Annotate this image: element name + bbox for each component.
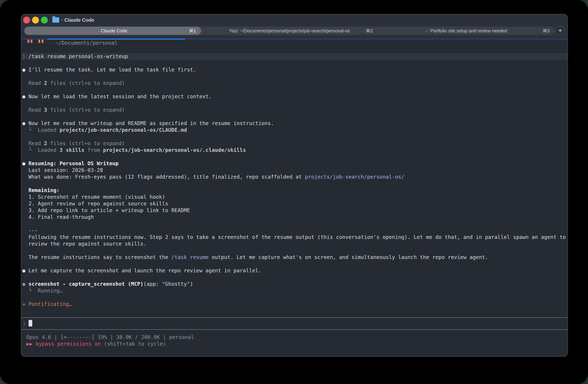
terminal-text-segment: from xyxy=(84,147,103,153)
terminal-text-segment: --- xyxy=(22,227,38,233)
terminal-line xyxy=(22,221,567,227)
ghostty-window: · Claude Code · Claude Code ⌘1 Yazi: ~/D… xyxy=(21,14,568,357)
terminal-text-segment: ● Now let me read the writeup and README… xyxy=(22,120,274,126)
terminal-line: Read 2 files (ctrl+o to expand) xyxy=(22,140,567,147)
terminal-text-segment: projects/job-search/personal-os/ xyxy=(305,174,404,180)
terminal-text-segment: Read xyxy=(22,107,44,113)
terminal-text-segment: /task resume xyxy=(171,254,209,260)
permissions-status: ▶▶ bypass permissions on (shift+tab to c… xyxy=(26,341,194,347)
tab-separator xyxy=(378,28,378,34)
terminal-line: ⟩ /task resume personal-os-writeup xyxy=(21,53,567,60)
new-tab-button[interactable]: + xyxy=(555,26,565,36)
terminal-text-segment: review the repo against source skills. xyxy=(22,241,147,247)
terminal-line xyxy=(22,261,567,267)
terminal-text-segment: 1. Screenshot of resume moment (visual h… xyxy=(22,194,165,200)
terminal-line xyxy=(22,113,567,120)
claude-logo-fragment-bar xyxy=(27,40,29,43)
terminal-line: ● Now let me load the latest session and… xyxy=(22,93,567,100)
terminal-line: The resume instructions say to screensho… xyxy=(22,254,567,261)
bypass-permissions-label: ▶▶ bypass permissions on xyxy=(26,341,101,347)
terminal-text-segment: 3 xyxy=(44,107,47,113)
terminal-line: 1. Screenshot of resume moment (visual h… xyxy=(22,194,567,200)
screenshot-stage: · Claude Code · Claude Code ⌘1 Yazi: ~/D… xyxy=(0,0,588,384)
terminal-text-segment: 2 xyxy=(44,141,47,146)
terminal-text-segment: └ xyxy=(22,127,38,133)
terminal-scrollback: ~/Documents/personal⟩ /task resume perso… xyxy=(22,40,567,307)
model-context-status: Opus 4.6 | [=--------] 19% | 38.0K / 200… xyxy=(26,334,194,341)
terminal-line: ● screenshot - capture_screenshot (MCP)(… xyxy=(22,281,567,287)
terminal-line: ● I'll resume the task. Let me load the … xyxy=(22,66,567,73)
terminal-text-segment: └ xyxy=(22,288,38,294)
terminal-line xyxy=(22,86,567,93)
tab-label: · Claude Code xyxy=(98,28,127,34)
terminal-line xyxy=(22,153,567,160)
terminal-text-segment: Following the resume instructions now. S… xyxy=(22,234,566,240)
bypass-permissions-hint: (shift+tab to cycle) xyxy=(101,341,166,347)
terminal-text-segment: Read xyxy=(22,80,44,86)
terminal-line xyxy=(22,294,567,301)
terminal-line: 4. Final read-through xyxy=(22,214,567,221)
terminal-line: What was done: Fresh-eyes pass (12 flags… xyxy=(22,174,567,180)
terminal-text-segment: What was done: Fresh-eyes pass (12 flags… xyxy=(22,174,305,180)
terminal-line: 3. Add repo link to article + writeup li… xyxy=(22,207,567,214)
close-button[interactable] xyxy=(23,17,30,23)
terminal-line: 2. Agent review of repo against source s… xyxy=(22,200,567,207)
terminal-text-segment: (app: "Ghostty") xyxy=(143,281,193,287)
terminal-text-segment: ● Let me capture the screenshot and laun… xyxy=(22,268,261,274)
terminal-text-segment: screenshot - capture_screenshot (MCP) xyxy=(28,281,143,287)
terminal-line: ● Resuming: Personal OS Writeup xyxy=(22,160,567,167)
terminal-line: --- xyxy=(22,227,567,234)
terminal-text-segment: ✳ xyxy=(22,301,28,307)
tab-bar: · Claude Code ⌘1 Yazi: ~/Documents/perso… xyxy=(24,27,555,35)
terminal-line xyxy=(22,60,567,66)
terminal-text-segment: Read xyxy=(22,141,44,146)
tab-label: Portfolio site setup and review needed xyxy=(430,28,507,34)
prompt-char: ⟩ xyxy=(23,321,26,326)
claude-logo-fragment-bar xyxy=(31,40,32,43)
terminal-text-segment: output. Let me capture what's on screen,… xyxy=(209,254,488,260)
terminal-text-segment: 2. Agent review of repo against source s… xyxy=(22,201,168,207)
minimize-button[interactable] xyxy=(32,17,39,23)
terminal-text-segment: ● Now let me load the latest session and… xyxy=(22,94,212,100)
terminal-line xyxy=(22,46,567,53)
terminal-line: ● Let me capture the screenshot and laun… xyxy=(22,267,567,274)
terminal-text-segment: /task resume personal-os-writeup xyxy=(28,53,128,59)
terminal-text-segment: files (ctrl+o to expand) xyxy=(47,107,125,113)
tab-portfolio[interactable]: ∴ Portfolio site setup and review needed… xyxy=(378,27,555,35)
terminal-line: Remaining: xyxy=(22,187,567,194)
terminal-text-segment: Loaded xyxy=(38,127,60,133)
terminal-line: Following the resume instructions now. S… xyxy=(22,234,567,241)
terminal-text-segment: projects/job-search/personal-os/.claude/… xyxy=(103,147,246,153)
terminal-line: └ Running… xyxy=(22,287,567,294)
window-title: · Claude Code xyxy=(61,14,94,26)
terminal-text-segment: Last session: 2026-03-28 xyxy=(22,167,103,173)
terminal-line xyxy=(22,247,567,254)
terminal-text-segment: Loaded xyxy=(38,147,60,153)
terminal-text-segment: ⟩ xyxy=(22,53,28,59)
zoom-button[interactable] xyxy=(41,17,48,23)
terminal-text-segment: files (ctrl+o to expand) xyxy=(47,141,125,146)
terminal-line xyxy=(22,180,567,187)
text-cursor xyxy=(29,320,32,326)
terminal-input-row[interactable]: ⟩ xyxy=(21,317,567,330)
terminal-line xyxy=(22,274,567,281)
terminal-line: └ Loaded projects/job-search/personal-os… xyxy=(22,127,567,133)
window-titlebar: · Claude Code · Claude Code ⌘1 Yazi: ~/D… xyxy=(21,14,567,39)
terminal-text-segment: └ xyxy=(22,147,38,153)
tab-claude-code[interactable]: · Claude Code ⌘1 xyxy=(24,27,201,35)
terminal-text-segment: Running… xyxy=(38,288,63,294)
task-dots-icon: ∴ xyxy=(425,28,428,34)
terminal-line: Last session: 2026-03-28 xyxy=(22,167,567,174)
terminal-text-segment: files (ctrl+o to expand) xyxy=(47,80,125,86)
terminal-text-segment: Pontificating… xyxy=(28,301,72,307)
terminal-line: Read 3 files (ctrl+o to expand) xyxy=(22,107,567,113)
terminal-text-segment: projects/job-search/personal-os/CLAUDE.m… xyxy=(60,127,187,133)
tab-yazi[interactable]: Yazi: ~/Documents/personal/projects/job-… xyxy=(201,27,378,35)
terminal-text-segment: 2 xyxy=(44,80,47,86)
terminal-line: ● Now let me read the writeup and README… xyxy=(22,120,567,127)
terminal-text-segment: Remaining: xyxy=(22,187,60,193)
terminal-text-segment: ● xyxy=(22,281,28,287)
terminal-line xyxy=(22,133,567,140)
tab-shortcut: ⌘3 xyxy=(543,28,550,34)
folder-icon xyxy=(52,17,59,23)
